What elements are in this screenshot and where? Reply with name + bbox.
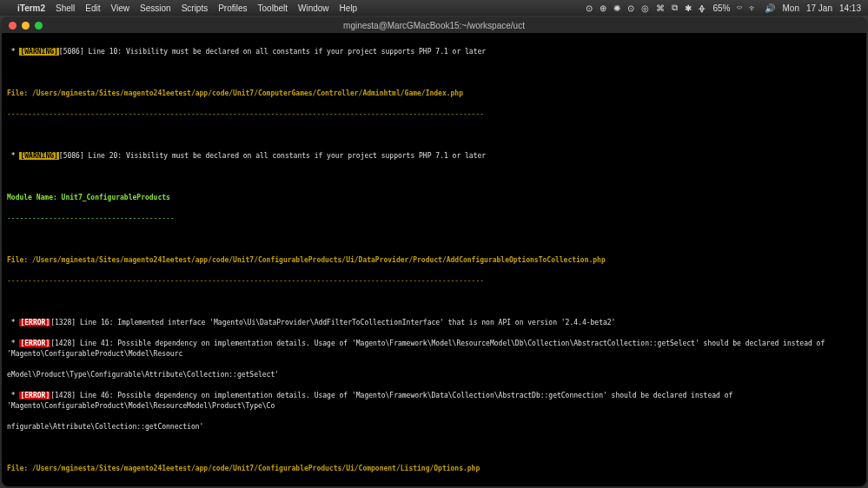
- file-header: File: /Users/mginesta/Sites/magento241ee…: [7, 89, 861, 99]
- bluetooth-icon[interactable]: ⌔: [737, 3, 742, 13]
- log-line: [1328] Line 16: Implemented interface 'M…: [50, 319, 615, 326]
- menu-help[interactable]: Help: [340, 3, 358, 13]
- divider: ----------------------------------------…: [7, 485, 861, 486]
- warn-tag: [WARNING]: [19, 152, 58, 160]
- divider: ----------------------------------------: [7, 214, 861, 224]
- status-icon[interactable]: ⊙: [627, 3, 634, 13]
- status-icon[interactable]: ⌘: [656, 3, 665, 13]
- battery-pct[interactable]: 65%: [712, 3, 730, 13]
- menu-view[interactable]: View: [111, 3, 130, 13]
- status-icon[interactable]: ⊙: [586, 3, 593, 13]
- error-tag: [ERROR]: [19, 340, 50, 347]
- log-line-cont: nfigurable\Attribute\Collection::getConn…: [7, 422, 861, 432]
- log-line: [1428] Line 46: Possible dependency on i…: [7, 392, 737, 410]
- status-icon[interactable]: ◎: [641, 3, 649, 13]
- warn-tag: [WARNING]: [19, 48, 58, 56]
- wifi-icon[interactable]: ᯤ: [749, 3, 758, 13]
- module-header: Module Name: Unit7_ConfigurableProducts: [7, 193, 861, 203]
- divider: ----------------------------------------…: [7, 276, 861, 287]
- status-icon[interactable]: ⧉: [672, 3, 678, 13]
- volume-icon[interactable]: 🔊: [765, 3, 775, 13]
- menu-scripts[interactable]: Scripts: [182, 3, 209, 13]
- status-icon[interactable]: ⊕: [600, 3, 606, 13]
- menubar-right: ⊙ ⊕ ✺ ⊙ ◎ ⌘ ⧉ ✱ ᚖ 65% ⌔ ᯤ 🔊 Mon 17 Jan 1…: [586, 3, 861, 13]
- status-icon[interactable]: ᚖ: [699, 3, 706, 13]
- menu-shell[interactable]: Shell: [56, 3, 75, 13]
- clock-day[interactable]: Mon: [782, 3, 798, 13]
- app-name[interactable]: iTerm2: [17, 3, 45, 13]
- menu-session[interactable]: Session: [140, 3, 171, 13]
- window-titlebar[interactable]: mginesta@MarcGMacBook15:~/workspace/uct: [2, 17, 866, 33]
- error-tag: [ERROR]: [19, 319, 50, 326]
- status-icon[interactable]: ✺: [613, 3, 620, 13]
- log-line-cont: eModel\Product\Type\Configurable\Attribu…: [7, 370, 861, 380]
- window-title: mginesta@MarcGMacBook15:~/workspace/uct: [2, 21, 866, 30]
- menu-edit[interactable]: Edit: [85, 3, 100, 13]
- log-line: [1428] Line 41: Possible dependency on i…: [7, 340, 829, 358]
- status-icon[interactable]: ✱: [685, 3, 692, 13]
- error-tag: [ERROR]: [19, 392, 50, 399]
- terminal-content[interactable]: * [WARNING][5086] Line 10: Visibility mu…: [2, 33, 866, 486]
- macos-menubar: iTerm2 Shell Edit View Session Scripts P…: [0, 0, 868, 16]
- menu-window[interactable]: Window: [298, 3, 329, 13]
- clock-date[interactable]: 17 Jan: [806, 3, 832, 13]
- file-header: File: /Users/mginesta/Sites/magento241ee…: [7, 464, 861, 474]
- menu-toolbelt[interactable]: Toolbelt: [258, 3, 288, 13]
- file-header: File: /Users/mginesta/Sites/magento241ee…: [7, 255, 861, 266]
- divider: ----------------------------------------…: [7, 109, 861, 120]
- menu-profiles[interactable]: Profiles: [218, 3, 247, 13]
- clock-time[interactable]: 14:13: [839, 3, 861, 13]
- terminal-window: mginesta@MarcGMacBook15:~/workspace/uct …: [2, 17, 866, 486]
- log-line: [5086] Line 20: Visibility must be decla…: [59, 152, 486, 160]
- log-line: [5086] Line 10: Visibility must be decla…: [59, 48, 486, 56]
